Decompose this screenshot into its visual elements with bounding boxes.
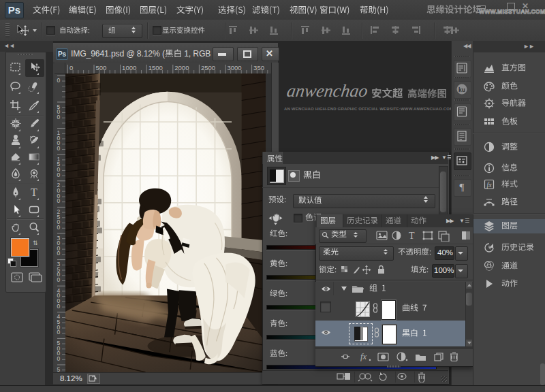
svg-text:350: 350 bbox=[253, 64, 264, 71]
svg-text:1000: 1000 bbox=[122, 64, 136, 71]
svg-text:0: 0 bbox=[57, 303, 61, 310]
svg-text:0: 0 bbox=[69, 64, 73, 71]
svg-text:ku: ku bbox=[458, 86, 465, 93]
svg-text:fx: fx bbox=[486, 181, 492, 189]
svg-text:0: 0 bbox=[57, 145, 61, 152]
svg-text:1500: 1500 bbox=[149, 64, 163, 71]
svg-text:0: 0 bbox=[57, 114, 61, 120]
svg-text:500: 500 bbox=[96, 64, 107, 71]
svg-text:0: 0 bbox=[57, 77, 61, 84]
svg-text:fx: fx bbox=[360, 352, 367, 361]
svg-text:T: T bbox=[409, 231, 415, 241]
svg-text:0: 0 bbox=[57, 329, 61, 336]
svg-text:0: 0 bbox=[57, 355, 61, 362]
svg-text:0: 0 bbox=[57, 197, 61, 204]
svg-text:3000: 3000 bbox=[228, 64, 242, 71]
svg-text:T: T bbox=[31, 186, 37, 198]
svg-text:0: 0 bbox=[57, 224, 61, 231]
svg-text:2500: 2500 bbox=[201, 64, 215, 71]
svg-text:0: 0 bbox=[57, 250, 61, 257]
svg-text:2000: 2000 bbox=[174, 64, 189, 71]
svg-text:0: 0 bbox=[57, 172, 61, 178]
svg-text:¶: ¶ bbox=[460, 182, 465, 193]
svg-text:0: 0 bbox=[57, 276, 61, 283]
